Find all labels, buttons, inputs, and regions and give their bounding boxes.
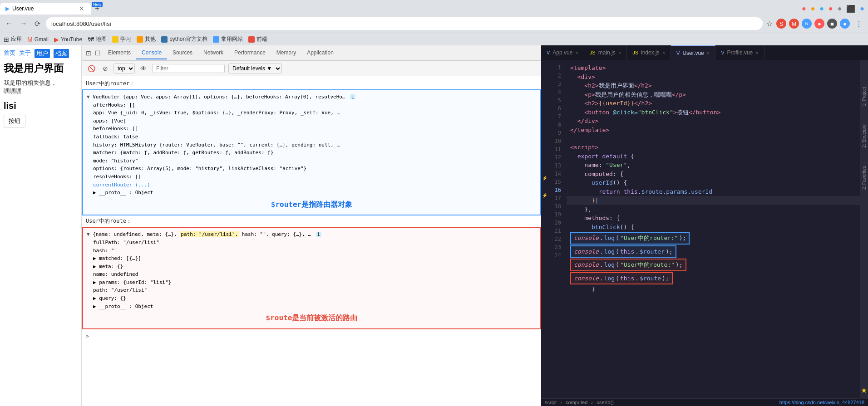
star-side-icon[interactable]: ★ (861, 386, 867, 395)
nav-archive[interactable]: 档案 (54, 49, 69, 58)
vue-icon-3: V (721, 50, 724, 55)
bookmark-study[interactable]: 学习 (112, 35, 131, 43)
nav-about[interactable]: 关于 (19, 49, 31, 58)
browser-window: ▶ User.vue ✕ + New ● ● ● ● ● ⬛ ● ← → ⟳ ☆… (0, 0, 868, 406)
code-content[interactable]: <template> <div> <h2>我是用户界面</h2> <p>我是用户… (567, 60, 860, 398)
code-text-1: 我是用户界面 (599, 81, 634, 90)
bookmark-maps[interactable]: 🗺 地图 (88, 35, 107, 43)
dt-tab-sources[interactable]: Sources (167, 47, 198, 59)
code-line-11: export default { (567, 152, 860, 161)
router-expand-arrow[interactable]: ▼ (87, 94, 90, 100)
dt-eye-btn[interactable]: 👁 (138, 64, 148, 73)
router-box: ▼ VueRouter {app: Vue, apps: Array(1), o… (82, 89, 541, 215)
editor-tab-uservue[interactable]: V User.vue × (671, 45, 715, 60)
bookmark-apps[interactable]: ⊞ 应用 (4, 35, 22, 43)
bookmark-bar: ⊞ 应用 M Gmail ▶ YouTube 🗺 地图 学习 其他 python… (0, 33, 868, 45)
code-line-20: console.log("User中的router:"); (567, 231, 860, 245)
route-expand-arrow[interactable]: ▼ (87, 231, 90, 237)
browser-icon-6[interactable]: ⬛ (846, 5, 855, 13)
tab-close-btn[interactable]: ✕ (78, 5, 85, 12)
ext-icon-5[interactable]: ● (840, 19, 850, 29)
route-main-rest: hash: "", query: {…}, … (242, 231, 311, 237)
editor-tab-profilevue[interactable]: V Profile.vue × (715, 45, 764, 60)
code-line-5: <h2>{{userId}}</h2> (567, 99, 860, 108)
close-indexjs[interactable]: × (662, 50, 665, 55)
dt-tab-application[interactable]: Application (301, 47, 339, 59)
close-appvue[interactable]: × (575, 50, 578, 55)
code-editor: V App.vue × JS main.js × JS index.js × V… (541, 45, 868, 406)
statusbar-script: script (545, 400, 557, 405)
editor-area: ⚡ ⚡ 1 2 3 4 5 6 7 8 9 (541, 60, 868, 398)
dt-filter-input[interactable] (152, 64, 225, 73)
close-profilevue[interactable]: × (755, 50, 758, 55)
page-desc-2: 嘿嘿嘿 (4, 88, 21, 94)
editor-tab-mainjs[interactable]: JS main.js × (584, 45, 627, 60)
route-prop-query: ▶ query: {} (87, 294, 537, 303)
bookmark-other[interactable]: 其他 (137, 35, 156, 43)
back-button[interactable]: ← (4, 18, 15, 29)
tag-h2-2-close: </h2> (634, 99, 652, 108)
browser-icon-3[interactable]: ● (819, 5, 824, 13)
address-input[interactable] (46, 17, 763, 30)
dt-levels-select[interactable]: Default levels ▼ (228, 64, 282, 73)
project-label[interactable]: 1: Project (862, 87, 867, 106)
maps-icon: 🗺 (88, 36, 94, 43)
dt-context-btn[interactable]: ⊘ (101, 64, 110, 73)
ext-icon-4[interactable]: ■ (827, 19, 837, 29)
nav-home[interactable]: 首页 (4, 49, 15, 58)
bookmark-common[interactable]: 常用网站 (213, 35, 243, 43)
close-uservue[interactable]: × (707, 50, 710, 56)
menu-button[interactable]: ⋮ (853, 18, 864, 30)
browser-tab-active[interactable]: ▶ User.vue ✕ (0, 3, 91, 15)
close-mainjs[interactable]: × (618, 50, 621, 55)
code-line-10: <script> (567, 143, 860, 152)
dt-tab-elements[interactable]: Elements (103, 47, 136, 59)
str-user: "User" (606, 161, 627, 170)
nav-user[interactable]: 用户 (35, 49, 50, 58)
line-num-11: 11 (550, 145, 565, 153)
router-prop-currentroute: currentRoute: (...) (87, 181, 537, 189)
youtube-label: YouTube (61, 36, 82, 43)
bookmark-youtube[interactable]: ▶ YouTube (54, 36, 82, 43)
favorites-label[interactable]: 2: Favorites (862, 166, 867, 190)
line-numbers: 1 2 3 4 5 6 7 8 9 10 11 12 13 14 15 16 1 (548, 60, 567, 398)
page-button[interactable]: 按钮 (4, 115, 25, 127)
route-box: ▼ {name: undefined, meta: {…}, path: "/u… (82, 227, 541, 329)
page-heading: 我是用户界面 (4, 62, 78, 75)
dt-tab-memory[interactable]: Memory (271, 47, 301, 59)
reload-button[interactable]: ⟳ (33, 18, 42, 30)
editor-tab-indexjs[interactable]: JS index.js × (627, 45, 671, 60)
browser-icon-2[interactable]: ● (811, 5, 815, 13)
bookmark-frontend[interactable]: 前端 (248, 35, 267, 43)
router-annotation: $router是指路由器对象 (87, 199, 537, 210)
forward-button[interactable]: → (18, 18, 29, 29)
code-line-14: userId() { (567, 178, 860, 187)
page-desc-1: 我是用的相关信息， (4, 79, 57, 86)
browser-icon-1[interactable]: ● (802, 5, 806, 13)
brace-close-1: } (592, 196, 595, 205)
dt-context-select[interactable]: top (113, 64, 135, 73)
dt-inspect-icon[interactable]: ⊡ (84, 49, 93, 58)
dt-clear-btn[interactable]: 🚫 (86, 64, 97, 73)
cursor-16: | (595, 196, 599, 205)
dt-tab-console[interactable]: Console (136, 47, 167, 59)
shield-icon[interactable]: S (776, 19, 786, 29)
dt-tab-performance[interactable]: Performance (229, 47, 271, 59)
new-tab-button[interactable]: + New (91, 3, 104, 15)
bookmark-python[interactable]: python官方文档 (161, 35, 207, 43)
dt-mobile-icon[interactable]: ☐ (93, 49, 103, 58)
prop-route-4: $route (640, 274, 661, 283)
dt-tab-network[interactable]: Network (198, 47, 229, 59)
star-icon[interactable]: ☆ (766, 20, 773, 28)
browser-icon-4[interactable]: ● (829, 5, 833, 13)
structure-label[interactable]: 2: Structure (862, 124, 867, 148)
ext-icon-2[interactable]: N (802, 19, 812, 29)
statusbar-url[interactable]: https://blog.csdn.net/weixin_44827418 (779, 400, 864, 405)
editor-tab-appvue[interactable]: V App.vue × (541, 45, 584, 60)
browser-icon-7[interactable]: ● (860, 5, 864, 13)
browser-icon-5[interactable]: ● (838, 5, 842, 13)
bookmark-gmail[interactable]: M Gmail (27, 36, 49, 43)
ext-icon-3[interactable]: ● (814, 19, 824, 29)
code-line-21: console.log(this.$router); (567, 245, 860, 259)
ext-icon-1[interactable]: M (789, 19, 799, 29)
